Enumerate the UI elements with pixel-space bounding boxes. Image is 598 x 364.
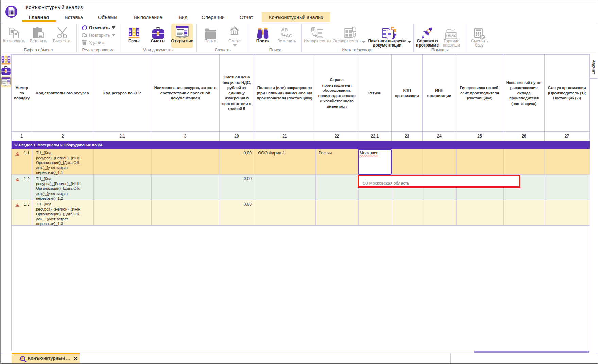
svg-text:AC: AC — [286, 33, 292, 38]
svg-text:AB: AB — [281, 27, 288, 32]
